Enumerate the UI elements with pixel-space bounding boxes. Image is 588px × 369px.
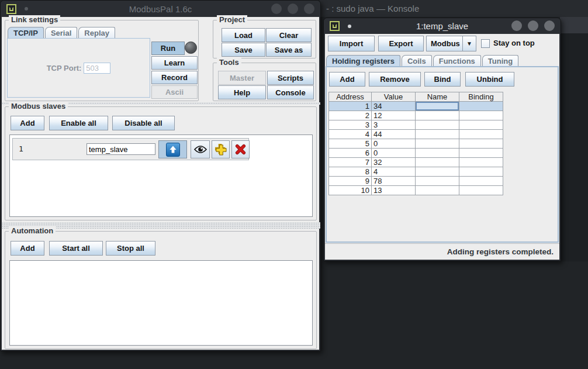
cell-value[interactable]: 13 xyxy=(372,186,416,195)
table-row[interactable]: 444 xyxy=(329,130,503,139)
close-button[interactable] xyxy=(304,4,314,14)
register-bind-button[interactable]: Bind xyxy=(424,72,461,87)
table-row[interactable]: 978 xyxy=(329,177,503,186)
view-slave-button[interactable] xyxy=(191,140,210,158)
cell-binding[interactable] xyxy=(459,167,503,177)
load-button[interactable]: Load xyxy=(222,28,265,42)
tab-tuning[interactable]: Tuning xyxy=(482,55,518,66)
cell-address[interactable]: 10 xyxy=(329,186,372,195)
minimize-button[interactable] xyxy=(511,20,522,31)
cell-value[interactable]: 4 xyxy=(372,167,416,177)
column-header-value[interactable]: Value xyxy=(372,92,416,102)
tab-tcpip[interactable]: TCP/IP xyxy=(8,27,44,38)
record-button[interactable]: Record xyxy=(151,71,198,84)
learn-button[interactable]: Learn xyxy=(151,56,198,70)
cell-address[interactable]: 1 xyxy=(329,102,372,111)
enable-slave-toggle[interactable] xyxy=(158,140,187,158)
stop-all-button[interactable]: Stop all xyxy=(106,241,155,256)
ascii-button[interactable]: Ascii xyxy=(151,85,198,99)
register-add-button[interactable]: Add xyxy=(329,72,365,87)
cell-value[interactable]: 3 xyxy=(372,120,416,130)
tab-serial[interactable]: Serial xyxy=(45,27,77,38)
enable-all-button[interactable]: Enable all xyxy=(49,116,108,130)
automation-add-button[interactable]: Add xyxy=(11,241,44,256)
table-row[interactable]: 134 xyxy=(329,102,503,111)
tab-replay[interactable]: Replay xyxy=(78,27,115,38)
table-row[interactable]: 84 xyxy=(329,167,503,177)
cell-name[interactable] xyxy=(416,167,459,177)
tab-functions[interactable]: Functions xyxy=(433,55,481,66)
column-header-address[interactable]: Address xyxy=(329,92,372,102)
maximize-button[interactable] xyxy=(288,4,298,14)
cell-name[interactable] xyxy=(416,130,459,139)
cell-value[interactable]: 12 xyxy=(372,111,416,120)
cell-binding[interactable] xyxy=(459,158,503,167)
cell-value[interactable]: 0 xyxy=(372,139,416,149)
cell-binding[interactable] xyxy=(459,102,503,111)
table-row[interactable]: 33 xyxy=(329,120,503,130)
tcp-port-input[interactable] xyxy=(84,63,110,74)
tab-coils[interactable]: Coils xyxy=(402,55,432,66)
scripts-button[interactable]: Scripts xyxy=(267,71,314,85)
cell-address[interactable]: 7 xyxy=(329,158,372,167)
table-row[interactable]: 732 xyxy=(329,158,503,167)
table-row[interactable]: 212 xyxy=(329,111,503,120)
register-unbind-button[interactable]: Unbind xyxy=(465,72,514,87)
slave-name-input[interactable] xyxy=(87,143,155,155)
cell-name[interactable] xyxy=(416,111,459,120)
mode-combobox[interactable]: Modbus ▼ xyxy=(426,36,476,51)
disable-all-button[interactable]: Disable all xyxy=(112,116,175,130)
modbuspal-titlebar[interactable]: ModbusPal 1.6c xyxy=(1,1,320,17)
table-row[interactable]: 50 xyxy=(329,139,503,149)
cell-name[interactable] xyxy=(416,158,459,167)
stay-on-top-checkbox[interactable] xyxy=(481,39,490,48)
run-button[interactable]: Run xyxy=(151,42,185,55)
cell-name[interactable] xyxy=(416,149,459,158)
column-header-binding[interactable]: Binding xyxy=(459,92,503,102)
duplicate-slave-button[interactable] xyxy=(212,140,230,158)
cell-binding[interactable] xyxy=(459,149,503,158)
console-button[interactable]: Console xyxy=(267,85,314,99)
clear-button[interactable]: Clear xyxy=(266,28,312,42)
register-remove-button[interactable]: Remove xyxy=(369,72,421,87)
import-button[interactable]: Import xyxy=(328,36,375,51)
cell-address[interactable]: 9 xyxy=(329,177,372,186)
cell-binding[interactable] xyxy=(459,139,503,149)
cell-name[interactable] xyxy=(416,186,459,195)
table-row[interactable]: 60 xyxy=(329,149,503,158)
close-button[interactable] xyxy=(544,20,555,31)
temp-slave-titlebar[interactable]: 1:temp_slave xyxy=(324,18,561,34)
cell-value[interactable]: 34 xyxy=(372,102,416,111)
slave-add-button[interactable]: Add xyxy=(11,116,44,130)
cell-binding[interactable] xyxy=(459,177,503,186)
export-button[interactable]: Export xyxy=(378,36,424,51)
cell-name[interactable] xyxy=(416,139,459,149)
cell-address[interactable]: 2 xyxy=(329,111,372,120)
cell-binding[interactable] xyxy=(459,186,503,195)
table-row[interactable]: 1013 xyxy=(329,186,503,195)
tab-holding-registers[interactable]: Holding registers xyxy=(326,55,400,66)
cell-binding[interactable] xyxy=(459,130,503,139)
delete-slave-button[interactable] xyxy=(231,140,250,158)
help-button[interactable]: Help xyxy=(218,85,266,99)
cell-binding[interactable] xyxy=(459,120,503,130)
cell-name[interactable] xyxy=(416,102,459,111)
maximize-button[interactable] xyxy=(528,20,538,31)
column-header-name[interactable]: Name xyxy=(416,92,459,102)
cell-name[interactable] xyxy=(416,177,459,186)
slave-row[interactable]: 1 xyxy=(12,138,249,160)
cell-address[interactable]: 3 xyxy=(329,120,372,130)
cell-value[interactable]: 44 xyxy=(372,130,416,139)
cell-name[interactable] xyxy=(416,120,459,130)
cell-address[interactable]: 8 xyxy=(329,167,372,177)
cell-address[interactable]: 6 xyxy=(329,149,372,158)
cell-value[interactable]: 32 xyxy=(372,158,416,167)
cell-value[interactable]: 0 xyxy=(372,149,416,158)
start-all-button[interactable]: Start all xyxy=(49,241,103,256)
cell-address[interactable]: 4 xyxy=(329,130,372,139)
master-button[interactable]: Master xyxy=(218,71,266,85)
cell-address[interactable]: 5 xyxy=(329,139,372,149)
cell-value[interactable]: 78 xyxy=(372,177,416,186)
save-as-button[interactable]: Save as xyxy=(266,43,312,57)
cell-binding[interactable] xyxy=(459,111,503,120)
